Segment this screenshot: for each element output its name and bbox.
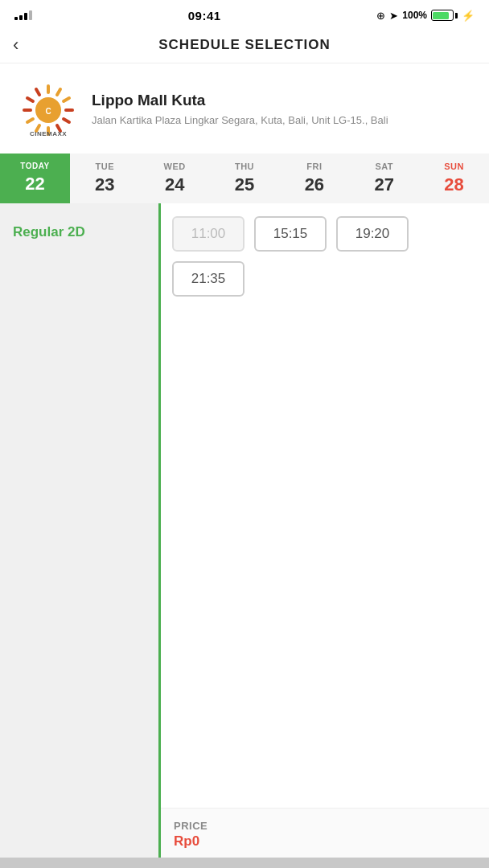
svg-line-4 bbox=[64, 119, 69, 122]
date-day-label: FRI bbox=[306, 162, 322, 171]
time-display: 09:41 bbox=[188, 9, 221, 23]
showtimes-wrapper: 11:0015:1519:2021:35 PRICE Rp0 bbox=[161, 203, 489, 858]
svg-line-1 bbox=[57, 89, 60, 95]
svg-line-8 bbox=[27, 119, 33, 122]
showtimes-inner: 11:0015:1519:2021:35 bbox=[161, 203, 489, 808]
date-item-22[interactable]: TODAY22 bbox=[0, 154, 70, 203]
date-num-label: 24 bbox=[165, 174, 184, 195]
battery-percent: 100% bbox=[402, 10, 427, 21]
status-bar: 09:41 ⊕ ➤ 100% ⚡ bbox=[0, 0, 489, 29]
cinema-info-section: C CINEMAXX Lippo Mall Kuta Jalan Kartika… bbox=[0, 63, 489, 154]
battery-area: ⊕ ➤ 100% ⚡ bbox=[376, 10, 475, 22]
schedule-section: Regular 2D 11:0015:1519:2021:35 PRICE Rp… bbox=[0, 203, 489, 858]
price-value: Rp0 bbox=[174, 833, 476, 850]
date-num-label: 26 bbox=[305, 174, 324, 195]
date-day-label: SAT bbox=[375, 162, 393, 171]
svg-text:C: C bbox=[45, 107, 51, 116]
location-icon: ⊕ bbox=[376, 10, 385, 22]
showtimes-row: 21:35 bbox=[172, 261, 478, 297]
showtimes-row: 11:0015:1519:20 bbox=[172, 216, 478, 252]
date-day-label: THU bbox=[235, 162, 254, 171]
date-day-label: TODAY bbox=[20, 162, 49, 170]
signal-icon bbox=[14, 10, 32, 20]
date-item-26[interactable]: FRI26 bbox=[279, 154, 349, 203]
date-day-label: TUE bbox=[96, 162, 115, 171]
date-selector: TODAY22TUE23WED24THU25FRI26SAT27SUN28 bbox=[0, 154, 489, 203]
page-title: SCHEDULE SELECTION bbox=[158, 37, 331, 53]
showtime-btn-2135[interactable]: 21:35 bbox=[172, 261, 244, 297]
cinema-address: Jalan Kartika Plaza Lingkar Segara, Kuta… bbox=[92, 113, 473, 129]
date-day-label: SUN bbox=[444, 162, 464, 171]
cinema-name: Lippo Mall Kuta bbox=[92, 92, 473, 109]
date-item-25[interactable]: THU25 bbox=[210, 154, 280, 203]
date-day-label: WED bbox=[164, 162, 186, 171]
svg-line-2 bbox=[64, 98, 69, 101]
date-item-28[interactable]: SUN28 bbox=[419, 154, 489, 203]
page-header: ‹ SCHEDULE SELECTION bbox=[0, 29, 489, 63]
date-item-23[interactable]: TUE23 bbox=[70, 154, 140, 203]
date-item-24[interactable]: WED24 bbox=[140, 154, 210, 203]
svg-line-10 bbox=[27, 98, 33, 101]
date-num-label: 28 bbox=[444, 174, 463, 195]
date-num-label: 23 bbox=[95, 174, 114, 195]
showtime-btn-1100: 11:00 bbox=[172, 216, 244, 252]
charging-icon: ⚡ bbox=[462, 10, 475, 22]
date-num-label: 25 bbox=[235, 174, 254, 195]
back-button[interactable]: ‹ bbox=[13, 35, 18, 55]
signal-area bbox=[14, 10, 32, 20]
pick-seat-button[interactable]: PICK SEAT bbox=[0, 858, 489, 868]
price-label: PRICE bbox=[174, 820, 476, 832]
svg-line-11 bbox=[36, 89, 39, 95]
cinema-details: Lippo Mall Kuta Jalan Kartika Plaza Ling… bbox=[92, 92, 473, 129]
showtime-btn-1920[interactable]: 19:20 bbox=[336, 216, 409, 252]
price-area: PRICE Rp0 bbox=[161, 808, 489, 858]
hall-sidebar: Regular 2D bbox=[0, 203, 161, 858]
date-num-label: 27 bbox=[374, 174, 393, 195]
date-item-27[interactable]: SAT27 bbox=[349, 154, 419, 203]
cinema-logo: C CINEMAXX bbox=[16, 78, 80, 142]
hall-type-label: Regular 2D bbox=[0, 218, 158, 247]
svg-text:CINEMAXX: CINEMAXX bbox=[30, 130, 67, 137]
nav-icon: ➤ bbox=[389, 10, 398, 22]
battery-icon bbox=[431, 10, 458, 21]
showtime-btn-1515[interactable]: 15:15 bbox=[254, 216, 327, 252]
date-num-label: 22 bbox=[25, 174, 44, 194]
